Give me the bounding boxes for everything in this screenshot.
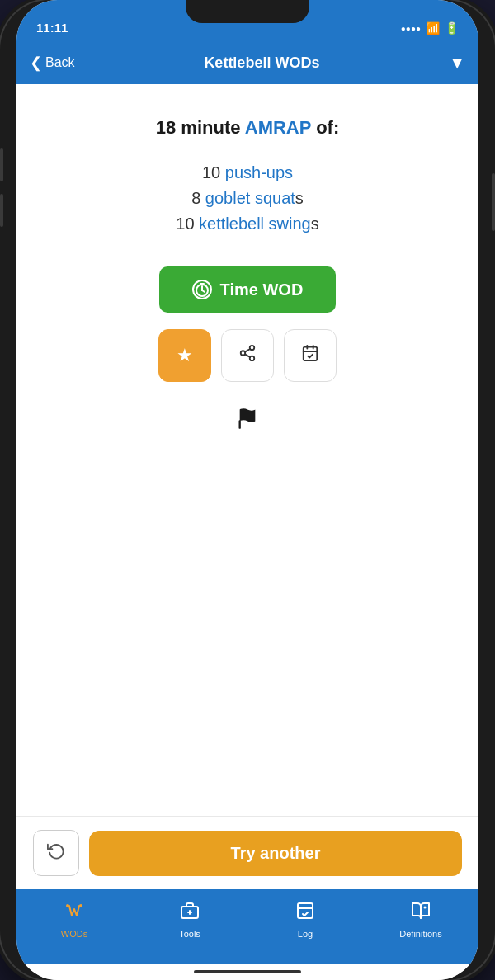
signal-icon: ●●●● [401, 24, 421, 33]
svg-line-8 [245, 349, 250, 352]
exercise-2-count: 8 [191, 189, 205, 207]
action-buttons-row: ★ [158, 329, 337, 382]
svg-rect-9 [304, 347, 318, 361]
time-wod-label: Time WOD [220, 280, 304, 299]
exercise-2-suffix: s [295, 189, 304, 207]
headline-pre: 18 minute [156, 117, 245, 138]
tab-tools[interactable]: Tools [132, 898, 248, 939]
share-button[interactable] [221, 329, 274, 382]
favorite-button[interactable]: ★ [158, 329, 211, 382]
log-icon [295, 901, 315, 926]
try-another-button[interactable]: Try another [89, 831, 462, 876]
exercise-2-name: goblet squat [205, 189, 295, 207]
back-chevron-icon: ❮ [30, 54, 42, 72]
filter-icon[interactable]: ▼ [449, 54, 465, 73]
volume-down-button[interactable] [0, 194, 3, 227]
exercise-1: 10 push-ups [202, 163, 293, 182]
definitions-icon [411, 901, 431, 926]
status-time: 11:11 [36, 21, 68, 35]
flag-button[interactable] [236, 407, 259, 436]
svg-point-14 [66, 904, 69, 907]
notch [186, 0, 309, 23]
svg-point-15 [79, 904, 82, 907]
exercise-1-count: 10 [202, 163, 225, 181]
svg-line-7 [245, 354, 250, 357]
exercise-3-count: 10 [176, 214, 199, 233]
tab-log[interactable]: Log [248, 898, 363, 939]
flag-icon [236, 409, 259, 435]
timer-icon [192, 280, 212, 299]
wods-icon [64, 901, 84, 926]
back-label: Back [45, 55, 75, 70]
exercise-3-suffix: s [311, 214, 319, 233]
wifi-icon: 📶 [426, 21, 440, 35]
tab-wods[interactable]: WODs [16, 898, 132, 939]
main-content: 18 minute AMRAP of: 10 push-ups 8 goblet… [16, 84, 478, 816]
svg-line-2 [202, 290, 205, 292]
status-icons: ●●●● 📶 🔋 [401, 21, 459, 35]
nav-title: Kettlebell WODs [204, 54, 319, 72]
content-area: 18 minute AMRAP of: 10 push-ups 8 goblet… [16, 84, 478, 889]
wod-headline: 18 minute AMRAP of: [156, 117, 339, 139]
exercise-1-name: push-ups [225, 163, 293, 181]
exercise-3: 10 kettlebell swings [176, 214, 318, 233]
reset-button[interactable] [33, 830, 79, 876]
exercises-list: 10 push-ups 8 goblet squats 10 kettlebel… [176, 163, 318, 233]
schedule-button[interactable] [284, 329, 337, 382]
share-icon [238, 344, 257, 367]
headline-post: of: [311, 117, 339, 138]
reset-icon [47, 841, 65, 865]
star-icon: ★ [177, 345, 193, 366]
tab-bar: WODs Tools [16, 889, 478, 964]
home-indicator-bar [194, 970, 301, 973]
nav-bar: ❮ Back Kettlebell WODs ▼ [16, 41, 478, 84]
tab-wods-label: WODs [61, 929, 87, 939]
home-indicator [16, 964, 478, 980]
bottom-actions: Try another [16, 816, 478, 889]
time-wod-button[interactable]: Time WOD [159, 266, 337, 313]
tab-definitions-label: Definitions [399, 929, 441, 939]
power-button[interactable] [492, 173, 495, 231]
battery-icon: 🔋 [445, 21, 459, 35]
tab-definitions[interactable]: Definitions [363, 898, 478, 939]
amrap-text: AMRAP [245, 117, 311, 138]
tools-icon [180, 901, 200, 926]
exercise-3-name: kettlebell swing [199, 214, 311, 233]
back-button[interactable]: ❮ Back [30, 54, 75, 72]
calendar-check-icon [301, 344, 319, 367]
phone-frame: 11:11 ●●●● 📶 🔋 ❮ Back Kettlebell WODs ▼ [0, 0, 495, 980]
volume-up-button[interactable] [0, 148, 3, 181]
screen: 11:11 ●●●● 📶 🔋 ❮ Back Kettlebell WODs ▼ [16, 0, 478, 980]
svg-point-21 [424, 907, 427, 909]
tab-log-label: Log [298, 929, 313, 939]
tab-tools-label: Tools [179, 929, 200, 939]
exercise-2: 8 goblet squats [191, 189, 304, 208]
